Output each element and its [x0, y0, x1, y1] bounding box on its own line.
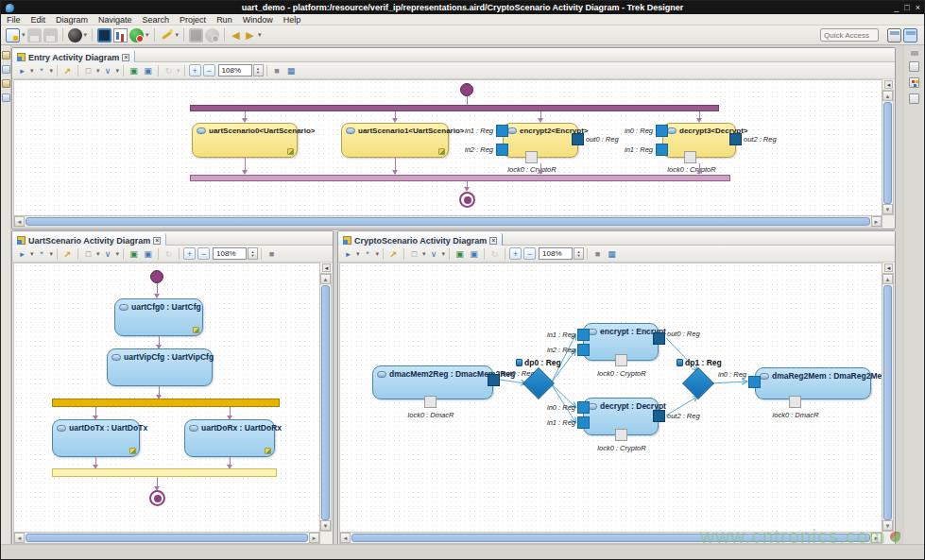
scroll-up-button[interactable]: ▲ — [882, 91, 893, 101]
arrange-dropdown[interactable]: ▾ — [50, 67, 54, 75]
transform-dropdown[interactable]: ▾ — [176, 31, 180, 39]
pin-elements-button[interactable]: ↗ — [387, 247, 400, 260]
refresh-dropdown[interactable]: ▾ — [177, 67, 180, 75]
pin-dmaReg2Mem-in0[interactable] — [748, 376, 761, 388]
routing-style-button[interactable]: ∨ — [428, 247, 440, 260]
node-uartCfg0[interactable]: uartCfg0 : UartCfg — [114, 298, 203, 336]
new-wizard-button[interactable] — [6, 28, 20, 42]
uart-diagram-canvas[interactable]: uartCfg0 : UartCfg uartVipCfg : UartVipC… — [13, 263, 320, 533]
copy-image-button[interactable]: ▣ — [468, 247, 480, 260]
arrange-dropdown[interactable]: ▾ — [50, 250, 54, 258]
scroll-down-button[interactable]: ▼ — [882, 204, 893, 214]
pin-dmaReg2Mem-lock0[interactable] — [789, 396, 801, 408]
pin-decrypt-in1[interactable] — [577, 416, 590, 429]
pin-decrypt3-lock0[interactable] — [684, 151, 696, 163]
show-hide-dropdown[interactable]: ▾ — [422, 250, 426, 258]
profile-button[interactable] — [205, 28, 219, 42]
scroll-down-button[interactable]: ▼ — [320, 520, 331, 531]
forward-button[interactable]: ▶ — [243, 29, 257, 42]
pin-encrypt-in1[interactable] — [577, 329, 590, 341]
zoom-in-button[interactable]: + — [189, 64, 201, 76]
new-wizard-dropdown[interactable]: ▾ — [22, 31, 26, 39]
select-tool-dropdown[interactable]: ▾ — [30, 67, 34, 75]
show-hide-dropdown[interactable]: ▾ — [96, 250, 100, 258]
menu-help[interactable]: Help — [283, 15, 301, 25]
uart-vertical-scrollbar[interactable]: ▲ ▼ — [319, 273, 332, 532]
select-tool-dropdown[interactable]: ▾ — [30, 250, 34, 258]
open-perspective-button[interactable] — [887, 28, 901, 42]
entry-horizontal-scrollbar[interactable]: ◄ ► — [13, 215, 882, 228]
routing-dropdown[interactable]: ▾ — [116, 250, 120, 258]
scroll-right-button[interactable]: ► — [309, 533, 319, 543]
arrange-all-button[interactable]: * — [36, 64, 48, 76]
routing-style-button[interactable]: ∨ — [102, 247, 114, 260]
quick-access-input[interactable] — [820, 28, 879, 42]
run-dropdown[interactable]: ▾ — [146, 31, 149, 39]
uart-horizontal-scrollbar[interactable]: ◄ ► — [13, 532, 320, 544]
entry-diagram-canvas[interactable]: uartScenario0<UartScenario> uartScenario… — [13, 79, 882, 216]
scroll-up-button[interactable]: ▲ — [320, 274, 331, 284]
select-tool-button[interactable]: ▸ — [16, 64, 28, 76]
minimized-view-button-3[interactable] — [2, 79, 10, 88]
grid-button[interactable]: ▦ — [285, 64, 298, 76]
routing-style-button[interactable]: ∨ — [102, 64, 114, 76]
copy-image-button[interactable]: ▣ — [142, 247, 154, 260]
node-encrypt2[interactable]: encrypt2<Encrypt> — [503, 123, 578, 158]
scrollbar-thumb[interactable] — [26, 534, 308, 542]
zoom-spinner[interactable]: ▲▼ — [574, 247, 584, 260]
save-all-button[interactable] — [43, 28, 58, 42]
report-button[interactable] — [113, 28, 128, 42]
scrollbar-collapse-button[interactable]: ◄ — [884, 80, 893, 89]
scroll-up-button[interactable]: ▲ — [882, 274, 893, 284]
copy-image-button[interactable]: ▣ — [142, 64, 154, 76]
pin-elements-button[interactable]: ↗ — [61, 247, 74, 260]
export-image-button[interactable]: ▣ — [454, 247, 466, 260]
menu-search[interactable]: Search — [143, 15, 170, 25]
transform-button[interactable] — [160, 28, 174, 42]
minimized-view-button-1[interactable] — [2, 51, 10, 59]
pin-encrypt-in2[interactable] — [577, 344, 590, 356]
export-image-button[interactable]: ▣ — [128, 247, 140, 260]
menu-window[interactable]: Window — [243, 15, 273, 25]
refresh-button[interactable]: ↻ — [163, 247, 175, 260]
zoom-in-button[interactable]: + — [183, 247, 196, 260]
title-bar[interactable]: uart_demo - platform:/resource/verif_ip/… — [1, 1, 924, 14]
arrange-all-button[interactable]: * — [36, 247, 48, 260]
pin-decrypt3-out2[interactable] — [729, 133, 742, 145]
menu-run[interactable]: Run — [216, 15, 232, 25]
pin-dmacMem2Reg-lock0[interactable] — [424, 396, 437, 408]
scroll-left-button[interactable]: ◄ — [14, 533, 25, 543]
menu-project[interactable]: Project — [180, 15, 206, 25]
uart-fork-bar[interactable] — [52, 399, 280, 407]
show-hide-button[interactable]: □ — [408, 247, 420, 260]
zoom-in-button[interactable]: + — [509, 247, 522, 260]
zoom-out-button[interactable]: − — [523, 247, 536, 260]
select-tool-button[interactable]: ▸ — [342, 247, 354, 260]
snapshot-button[interactable]: ■ — [271, 64, 283, 76]
routing-dropdown[interactable]: ▾ — [442, 250, 446, 258]
scrollbar-thumb[interactable] — [26, 217, 870, 226]
grid-button[interactable]: ▦ — [606, 247, 618, 260]
pin-encrypt-out0[interactable] — [653, 332, 665, 345]
debug-view-button[interactable] — [189, 28, 203, 42]
pin-decrypt-out2[interactable] — [653, 410, 665, 422]
node-decrypt3[interactable]: decrypt3<Decrypt> — [662, 123, 736, 158]
tab-close-icon[interactable]: × — [489, 237, 497, 245]
close-button[interactable]: × — [916, 3, 920, 12]
back-button[interactable]: ◀ — [229, 29, 243, 42]
crypto-diagram-canvas[interactable]: dmacMem2Reg : DmacMem2Reg out0 : Reg loc… — [339, 263, 882, 533]
entry-fork-bar[interactable] — [190, 105, 719, 111]
save-button[interactable] — [27, 28, 42, 42]
arrange-dropdown[interactable]: ▾ — [376, 250, 380, 258]
tab-close-icon[interactable]: × — [122, 54, 129, 61]
entry-final-node[interactable] — [459, 192, 475, 208]
zoom-out-button[interactable]: − — [203, 64, 215, 76]
show-hide-dropdown[interactable]: ▾ — [96, 67, 100, 75]
forward-dropdown[interactable]: ▾ — [258, 31, 262, 39]
entry-initial-node[interactable] — [460, 83, 473, 96]
node-uartDoTx[interactable]: uartDoTx : UartDoTx — [52, 419, 140, 457]
pin-decrypt-lock0[interactable] — [615, 429, 627, 441]
menu-diagram[interactable]: Diagram — [56, 15, 88, 25]
node-uartVipCfg[interactable]: uartVipCfg : UartVipCfg — [107, 348, 213, 386]
scrollbar-collapse-button[interactable]: ◄ — [322, 263, 331, 272]
